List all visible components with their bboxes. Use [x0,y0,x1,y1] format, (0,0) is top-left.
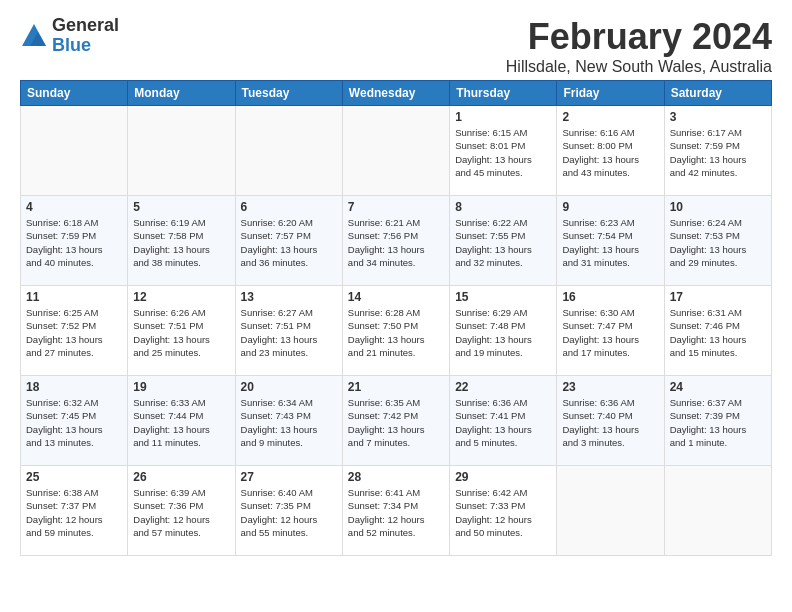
day-info: Sunrise: 6:26 AMSunset: 7:51 PMDaylight:… [133,306,229,359]
day-number: 16 [562,290,658,304]
day-number: 1 [455,110,551,124]
header-wednesday: Wednesday [342,81,449,106]
calendar-cell: 10Sunrise: 6:24 AMSunset: 7:53 PMDayligh… [664,196,771,286]
day-info: Sunrise: 6:35 AMSunset: 7:42 PMDaylight:… [348,396,444,449]
day-number: 10 [670,200,766,214]
day-number: 7 [348,200,444,214]
calendar-cell: 12Sunrise: 6:26 AMSunset: 7:51 PMDayligh… [128,286,235,376]
day-number: 6 [241,200,337,214]
calendar-cell: 18Sunrise: 6:32 AMSunset: 7:45 PMDayligh… [21,376,128,466]
day-number: 28 [348,470,444,484]
calendar-cell: 2Sunrise: 6:16 AMSunset: 8:00 PMDaylight… [557,106,664,196]
header-saturday: Saturday [664,81,771,106]
calendar-week-4: 25Sunrise: 6:38 AMSunset: 7:37 PMDayligh… [21,466,772,556]
day-info: Sunrise: 6:36 AMSunset: 7:40 PMDaylight:… [562,396,658,449]
day-info: Sunrise: 6:30 AMSunset: 7:47 PMDaylight:… [562,306,658,359]
calendar-cell [342,106,449,196]
day-number: 3 [670,110,766,124]
day-number: 12 [133,290,229,304]
calendar-cell: 1Sunrise: 6:15 AMSunset: 8:01 PMDaylight… [450,106,557,196]
calendar-cell: 26Sunrise: 6:39 AMSunset: 7:36 PMDayligh… [128,466,235,556]
day-info: Sunrise: 6:20 AMSunset: 7:57 PMDaylight:… [241,216,337,269]
day-info: Sunrise: 6:24 AMSunset: 7:53 PMDaylight:… [670,216,766,269]
day-info: Sunrise: 6:32 AMSunset: 7:45 PMDaylight:… [26,396,122,449]
day-info: Sunrise: 6:37 AMSunset: 7:39 PMDaylight:… [670,396,766,449]
logo-blue: Blue [52,36,119,56]
calendar-cell: 7Sunrise: 6:21 AMSunset: 7:56 PMDaylight… [342,196,449,286]
month-title: February 2024 [506,16,772,58]
header-thursday: Thursday [450,81,557,106]
calendar-cell: 4Sunrise: 6:18 AMSunset: 7:59 PMDaylight… [21,196,128,286]
calendar-week-0: 1Sunrise: 6:15 AMSunset: 8:01 PMDaylight… [21,106,772,196]
day-info: Sunrise: 6:23 AMSunset: 7:54 PMDaylight:… [562,216,658,269]
day-info: Sunrise: 6:25 AMSunset: 7:52 PMDaylight:… [26,306,122,359]
calendar-cell: 16Sunrise: 6:30 AMSunset: 7:47 PMDayligh… [557,286,664,376]
calendar-cell: 19Sunrise: 6:33 AMSunset: 7:44 PMDayligh… [128,376,235,466]
calendar-cell: 8Sunrise: 6:22 AMSunset: 7:55 PMDaylight… [450,196,557,286]
day-number: 19 [133,380,229,394]
day-number: 17 [670,290,766,304]
day-info: Sunrise: 6:15 AMSunset: 8:01 PMDaylight:… [455,126,551,179]
header-tuesday: Tuesday [235,81,342,106]
calendar-table: SundayMondayTuesdayWednesdayThursdayFrid… [20,80,772,556]
calendar-cell: 23Sunrise: 6:36 AMSunset: 7:40 PMDayligh… [557,376,664,466]
calendar-cell: 25Sunrise: 6:38 AMSunset: 7:37 PMDayligh… [21,466,128,556]
calendar-week-2: 11Sunrise: 6:25 AMSunset: 7:52 PMDayligh… [21,286,772,376]
calendar-cell: 22Sunrise: 6:36 AMSunset: 7:41 PMDayligh… [450,376,557,466]
calendar-cell [128,106,235,196]
logo-text: General Blue [52,16,119,56]
header-monday: Monday [128,81,235,106]
day-info: Sunrise: 6:36 AMSunset: 7:41 PMDaylight:… [455,396,551,449]
calendar-cell [557,466,664,556]
day-info: Sunrise: 6:22 AMSunset: 7:55 PMDaylight:… [455,216,551,269]
day-info: Sunrise: 6:41 AMSunset: 7:34 PMDaylight:… [348,486,444,539]
day-number: 20 [241,380,337,394]
day-info: Sunrise: 6:34 AMSunset: 7:43 PMDaylight:… [241,396,337,449]
day-info: Sunrise: 6:40 AMSunset: 7:35 PMDaylight:… [241,486,337,539]
day-number: 23 [562,380,658,394]
day-info: Sunrise: 6:19 AMSunset: 7:58 PMDaylight:… [133,216,229,269]
calendar-cell: 11Sunrise: 6:25 AMSunset: 7:52 PMDayligh… [21,286,128,376]
logo-general: General [52,16,119,36]
calendar-cell: 21Sunrise: 6:35 AMSunset: 7:42 PMDayligh… [342,376,449,466]
calendar-cell [235,106,342,196]
calendar-cell: 14Sunrise: 6:28 AMSunset: 7:50 PMDayligh… [342,286,449,376]
calendar-cell: 27Sunrise: 6:40 AMSunset: 7:35 PMDayligh… [235,466,342,556]
calendar-cell: 3Sunrise: 6:17 AMSunset: 7:59 PMDaylight… [664,106,771,196]
calendar-header-row: SundayMondayTuesdayWednesdayThursdayFrid… [21,81,772,106]
page-header: General Blue February 2024 Hillsdale, Ne… [20,16,772,76]
calendar-cell: 28Sunrise: 6:41 AMSunset: 7:34 PMDayligh… [342,466,449,556]
day-number: 8 [455,200,551,214]
calendar-cell [21,106,128,196]
day-info: Sunrise: 6:39 AMSunset: 7:36 PMDaylight:… [133,486,229,539]
day-number: 4 [26,200,122,214]
day-number: 22 [455,380,551,394]
day-number: 13 [241,290,337,304]
day-number: 18 [26,380,122,394]
day-info: Sunrise: 6:42 AMSunset: 7:33 PMDaylight:… [455,486,551,539]
calendar-cell: 24Sunrise: 6:37 AMSunset: 7:39 PMDayligh… [664,376,771,466]
day-info: Sunrise: 6:16 AMSunset: 8:00 PMDaylight:… [562,126,658,179]
calendar-cell: 5Sunrise: 6:19 AMSunset: 7:58 PMDaylight… [128,196,235,286]
day-number: 15 [455,290,551,304]
calendar-cell: 20Sunrise: 6:34 AMSunset: 7:43 PMDayligh… [235,376,342,466]
calendar-cell: 29Sunrise: 6:42 AMSunset: 7:33 PMDayligh… [450,466,557,556]
day-number: 14 [348,290,444,304]
day-number: 25 [26,470,122,484]
logo-icon [20,22,48,50]
day-info: Sunrise: 6:27 AMSunset: 7:51 PMDaylight:… [241,306,337,359]
calendar-cell: 13Sunrise: 6:27 AMSunset: 7:51 PMDayligh… [235,286,342,376]
day-number: 24 [670,380,766,394]
day-number: 26 [133,470,229,484]
header-sunday: Sunday [21,81,128,106]
day-info: Sunrise: 6:28 AMSunset: 7:50 PMDaylight:… [348,306,444,359]
day-info: Sunrise: 6:33 AMSunset: 7:44 PMDaylight:… [133,396,229,449]
day-info: Sunrise: 6:17 AMSunset: 7:59 PMDaylight:… [670,126,766,179]
calendar-cell: 6Sunrise: 6:20 AMSunset: 7:57 PMDaylight… [235,196,342,286]
day-info: Sunrise: 6:21 AMSunset: 7:56 PMDaylight:… [348,216,444,269]
calendar-cell [664,466,771,556]
day-number: 5 [133,200,229,214]
calendar-week-1: 4Sunrise: 6:18 AMSunset: 7:59 PMDaylight… [21,196,772,286]
calendar-cell: 17Sunrise: 6:31 AMSunset: 7:46 PMDayligh… [664,286,771,376]
day-info: Sunrise: 6:29 AMSunset: 7:48 PMDaylight:… [455,306,551,359]
